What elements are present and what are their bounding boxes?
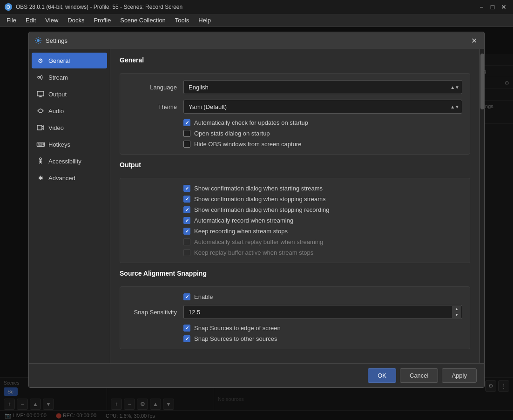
svg-point-1 — [38, 76, 40, 78]
dialog-footer: OK Cancel Apply — [29, 363, 484, 387]
menu-view[interactable]: View — [40, 15, 63, 26]
sensitivity-label: Snap Sensitivity — [128, 309, 183, 316]
sensitivity-spinbox[interactable] — [183, 305, 462, 319]
theme-dropdown[interactable]: Yami (Default) — [183, 100, 462, 114]
language-dropdown[interactable]: English — [183, 80, 462, 94]
settings-icon — [34, 37, 42, 44]
checkbox-confirm-stop-rec-label: Show confirmation dialog when stopping r… — [194, 206, 330, 213]
apply-button[interactable]: Apply — [442, 368, 477, 383]
dialog-title: Settings — [46, 37, 68, 44]
sidebar-item-accessibility[interactable]: Accessibility — [32, 153, 107, 169]
sensitivity-row: Snap Sensitivity ▲ ▼ — [128, 305, 462, 319]
advanced-icon: ✱ — [36, 174, 45, 182]
checkbox-confirm-stop-rec: Show confirmation dialog when stopping r… — [183, 206, 462, 213]
dialog-body: ⚙ General Stream — [29, 49, 484, 363]
sidebar-label-advanced: Advanced — [48, 175, 75, 182]
ok-button[interactable]: OK — [368, 368, 396, 383]
checkbox-snap-sources-box[interactable] — [183, 335, 190, 342]
checkbox-auto-record-box[interactable] — [183, 217, 190, 224]
sidebar-item-general[interactable]: ⚙ General — [32, 53, 107, 68]
sidebar-item-output[interactable]: Output — [32, 86, 107, 102]
settings-sidebar: ⚙ General Stream — [29, 49, 110, 363]
checkbox-hide-obs-box[interactable] — [183, 141, 190, 148]
audio-icon — [36, 107, 45, 115]
checkbox-stats-dialog: Open stats dialog on startup — [183, 130, 462, 137]
maximize-button[interactable]: □ — [488, 2, 497, 12]
checkbox-replay-buffer-start-label: Automatically start replay buffer when s… — [194, 238, 323, 245]
general-section-header: General — [120, 56, 470, 67]
sidebar-item-audio[interactable]: Audio — [32, 103, 107, 119]
sidebar-label-general: General — [48, 57, 70, 64]
checkbox-hide-obs-label: Hide OBS windows from screen capture — [194, 141, 301, 148]
checkbox-keep-recording-box[interactable] — [183, 228, 190, 235]
checkbox-confirm-start-box[interactable] — [183, 185, 190, 192]
hotkeys-icon: ⌨ — [36, 140, 45, 149]
checkbox-auto-update-box[interactable] — [183, 119, 190, 126]
checkbox-snap-sources-label: Snap Sources to other sources — [194, 335, 277, 342]
gear-icon: ⚙ — [36, 56, 45, 65]
checkbox-enable-snapping-box[interactable] — [183, 293, 190, 300]
window-close-button[interactable]: ✕ — [499, 2, 508, 12]
scrollbar-thumb[interactable] — [480, 54, 484, 109]
stream-icon — [36, 73, 45, 81]
obs-icon: O — [5, 3, 12, 11]
sidebar-item-video[interactable]: Video — [32, 120, 107, 135]
sidebar-item-stream[interactable]: Stream — [32, 69, 107, 85]
checkbox-replay-buffer-active-label: Keep replay buffer active when stream st… — [194, 249, 313, 256]
settings-dialog: Settings ✕ ⚙ General — [28, 32, 485, 388]
checkbox-confirm-stop-streams-box[interactable] — [183, 196, 190, 203]
checkbox-snap-sources: Snap Sources to other sources — [183, 335, 462, 342]
svg-rect-2 — [37, 91, 44, 96]
minimize-button[interactable]: − — [477, 2, 486, 12]
menu-profile[interactable]: Profile — [89, 15, 115, 26]
checkbox-enable-snapping: Enable — [183, 293, 462, 300]
menu-tools[interactable]: Tools — [170, 15, 194, 26]
checkbox-confirm-start-label: Show confirmation dialog when starting s… — [194, 185, 323, 192]
modal-overlay: Settings ✕ ⚙ General — [0, 27, 513, 420]
sensitivity-up[interactable]: ▲ — [452, 306, 461, 312]
output-icon — [36, 90, 45, 98]
output-section-header: Output — [120, 161, 470, 171]
language-dropdown-wrapper: English ▲▼ — [183, 80, 462, 94]
menu-file[interactable]: File — [2, 15, 21, 26]
checkbox-hide-obs: Hide OBS windows from screen capture — [183, 141, 462, 148]
sidebar-item-hotkeys[interactable]: ⌨ Hotkeys — [32, 136, 107, 152]
theme-control: Yami (Default) ▲▼ — [183, 100, 462, 114]
sidebar-label-accessibility: Accessibility — [48, 158, 81, 165]
checkbox-stats-dialog-label: Open stats dialog on startup — [194, 130, 270, 137]
checkbox-confirm-stop-streams: Show confirmation dialog when stopping s… — [183, 196, 462, 203]
menu-help[interactable]: Help — [194, 15, 216, 26]
sidebar-label-output: Output — [48, 91, 67, 98]
checkbox-snap-edge: Snap Sources to edge of screen — [183, 325, 462, 332]
checkbox-replay-buffer-start-box — [183, 238, 190, 245]
svg-point-5 — [40, 158, 41, 160]
sidebar-label-hotkeys: Hotkeys — [48, 141, 70, 148]
video-icon — [36, 123, 45, 132]
checkbox-replay-buffer-active: Keep replay buffer active when stream st… — [183, 249, 462, 256]
menu-edit[interactable]: Edit — [21, 15, 40, 26]
theme-label: Theme — [128, 103, 183, 110]
dialog-close-button[interactable]: ✕ — [469, 36, 479, 45]
menu-scene-collection[interactable]: Scene Collection — [115, 15, 170, 26]
window-title: OBS 28.0.1 (64-bit, windows) - Profile: … — [16, 4, 182, 10]
sidebar-label-audio: Audio — [48, 108, 64, 115]
menubar: File Edit View Docks Profile Scene Colle… — [0, 14, 513, 27]
output-section-block: Show confirmation dialog when starting s… — [120, 178, 470, 263]
sensitivity-spinbox-wrapper: ▲ ▼ — [183, 305, 462, 319]
sidebar-label-video: Video — [48, 124, 64, 131]
accessibility-icon — [36, 157, 45, 165]
theme-dropdown-wrapper: Yami (Default) ▲▼ — [183, 100, 462, 114]
menu-docks[interactable]: Docks — [63, 15, 89, 26]
checkbox-enable-snapping-label: Enable — [194, 293, 213, 300]
checkbox-auto-update-label: Automatically check for updates on start… — [194, 119, 308, 126]
content-area: General Language English ▲▼ — [110, 49, 479, 363]
dialog-titlebar: Settings ✕ — [29, 32, 484, 49]
checkbox-stats-dialog-box[interactable] — [183, 130, 190, 137]
checkbox-snap-edge-box[interactable] — [183, 325, 190, 332]
sidebar-item-advanced[interactable]: ✱ Advanced — [32, 170, 107, 186]
scrollbar-track[interactable] — [479, 49, 484, 363]
cancel-button[interactable]: Cancel — [400, 368, 438, 383]
language-label: Language — [128, 84, 183, 91]
sensitivity-down[interactable]: ▼ — [452, 312, 461, 318]
checkbox-confirm-stop-rec-box[interactable] — [183, 206, 190, 213]
